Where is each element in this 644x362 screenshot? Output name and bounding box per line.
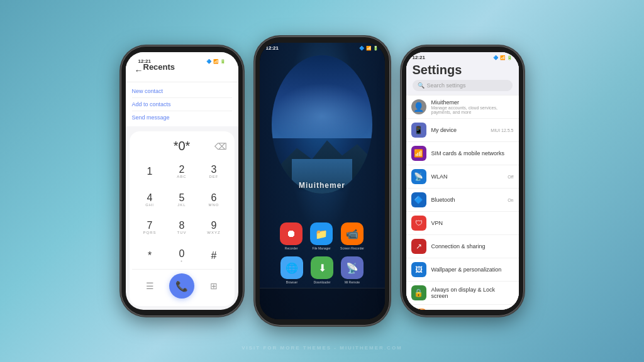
settings-item-mydevice[interactable]: 📱 My device MIUI 12.5.5: [406, 119, 519, 142]
wallpaper-circle: [272, 55, 372, 194]
browser-label: Browser: [286, 280, 297, 284]
app-recorder[interactable]: ⏺ Recorder: [280, 222, 303, 250]
settings-item-connection[interactable]: ↗ Connection & sharing: [406, 235, 519, 258]
settings-search[interactable]: 🔍 Search settings: [413, 80, 513, 91]
bluetooth-title: Bluetooth: [431, 197, 503, 203]
mydevice-text: My device: [431, 127, 486, 133]
settings-status-icons: 🔷 📶 🔋: [493, 55, 513, 60]
recorder-label: Recorder: [285, 246, 298, 250]
call-button[interactable]: 📞: [169, 273, 194, 299]
delete-button[interactable]: ⌫: [214, 141, 227, 151]
display-icon: ☀: [411, 309, 426, 310]
recents-title: Recents: [143, 62, 175, 72]
key-hash[interactable]: #: [199, 243, 230, 270]
settings-title: Settings: [413, 63, 513, 77]
bluetooth-text: Bluetooth: [431, 197, 503, 203]
filemanager-icon: 📁: [310, 222, 333, 245]
browser-icon: 🌐: [280, 256, 303, 279]
vpn-title: VPN: [431, 220, 514, 226]
settings-item-vpn[interactable]: 🛡 VPN: [406, 212, 519, 235]
connection-icon: ↗: [411, 239, 426, 254]
bluetooth-icon: 🔷: [206, 59, 212, 64]
key-0[interactable]: 0+: [167, 243, 197, 270]
key-8[interactable]: 8TUV: [167, 214, 197, 241]
app-screenrecorder[interactable]: 📹 Screen Recorder: [340, 222, 364, 250]
home-apps-row2: 🌐 Browser ⬇ Downloader 📡 Mi Remote: [260, 256, 385, 284]
call-icon: 📞: [175, 280, 188, 292]
back-button[interactable]: ←: [135, 65, 143, 75]
send-message-action[interactable]: Send message: [132, 111, 232, 124]
settings-header: Settings 🔍 Search settings: [406, 62, 519, 95]
settings-item-wallpaper[interactable]: 🖼 Wallpaper & personalization: [406, 258, 519, 282]
mydevice-badge: MIUI 12.5.5: [491, 128, 513, 133]
recorder-icon: ⏺: [280, 222, 303, 245]
home-status-icons: 🔷 📶 🔋: [359, 46, 379, 51]
downloader-label: Downloader: [314, 280, 331, 284]
home-dock: [260, 288, 385, 319]
search-icon: 🔍: [418, 82, 425, 89]
downloader-icon: ⬇: [311, 256, 333, 279]
wallpaper-settings-icon: 🖼: [411, 262, 426, 277]
grid-icon[interactable]: ⊞: [210, 281, 218, 291]
phone-settings: 12:21 🔷 📶 🔋 Settings 🔍 Search settings 👤: [401, 46, 524, 316]
dialpad-grid: 1 2ABC 3DEF 4GHI 5JKL 6MNO 7PQRS 8TUV 9W…: [132, 158, 232, 269]
key-3[interactable]: 3DEF: [199, 158, 230, 185]
alwayson-icon: 🔒: [411, 285, 426, 300]
key-1[interactable]: 1: [135, 158, 165, 185]
signal-icon: 📶: [213, 59, 219, 64]
key-9[interactable]: 9WXYZ: [199, 214, 230, 241]
settings-time: 12:21: [413, 55, 425, 60]
menu-icon[interactable]: ☰: [146, 281, 154, 291]
watermark: VISIT FOR MORE THEMES - MIUITHEMER.COM: [242, 345, 402, 351]
settings-item-display[interactable]: ☀ Display: [406, 305, 519, 310]
dialpad-display: *0* ⌫: [132, 136, 232, 156]
wlan-badge: Off: [508, 175, 513, 179]
wlan-icon: 📡: [411, 169, 426, 184]
key-5[interactable]: 5JKL: [167, 187, 197, 214]
key-7[interactable]: 7PQRS: [135, 214, 165, 241]
wallpaper-title: Wallpaper & personalization: [431, 266, 514, 273]
home-wallpaper: 12:21 🔷 📶 🔋 Miuithemer ⏺ Recorder: [260, 43, 385, 319]
settings-signal-icon: 📶: [500, 55, 506, 60]
home-bt-icon: 🔷: [359, 46, 365, 51]
connection-title: Connection & sharing: [431, 243, 514, 250]
phone-dialer: 12:21 🔷 📶 🔋 ← Recents New contact Add to…: [121, 46, 243, 316]
home-apps-row1: ⏺ Recorder 📁 File Manager 📹 Screen Recor…: [260, 222, 385, 250]
key-star[interactable]: *: [135, 243, 165, 270]
new-contact-action[interactable]: New contact: [132, 85, 232, 98]
miremote-icon: 📡: [341, 256, 364, 279]
home-username: Miuithemer: [260, 181, 385, 190]
settings-item-wlan[interactable]: 📡 WLAN Off: [406, 165, 519, 189]
settings-item-sim[interactable]: 📶 SIM cards & mobile networks: [406, 142, 519, 165]
miuithemer-title: Miuithemer: [431, 99, 514, 106]
app-miremote[interactable]: 📡 Mi Remote: [341, 256, 364, 284]
miremote-label: Mi Remote: [345, 280, 360, 284]
alwayson-title: Always on display & Lock screen: [431, 287, 514, 299]
connection-text: Connection & sharing: [431, 243, 514, 250]
home-status-time: 12:21: [266, 45, 279, 51]
settings-item-miuithemer[interactable]: 👤 Miuithemer Manage accounts, cloud serv…: [406, 95, 519, 119]
dialpad-bottom: ☰ 📞 ⊞: [132, 269, 232, 301]
mydevice-title: My device: [431, 127, 486, 133]
key-6[interactable]: 6MNO: [199, 187, 230, 214]
settings-screen: 12:21 🔷 📶 🔋 Settings 🔍 Search settings 👤: [406, 52, 519, 310]
sim-icon: 📶: [411, 146, 426, 161]
settings-item-bluetooth[interactable]: 🔷 Bluetooth On: [406, 189, 519, 212]
key-2[interactable]: 2ABC: [167, 158, 197, 185]
miuithemer-avatar: 👤: [411, 99, 426, 114]
wlan-text: WLAN: [431, 173, 503, 180]
app-downloader[interactable]: ⬇ Downloader: [311, 256, 333, 284]
battery-icon: 🔋: [220, 59, 226, 64]
bluetooth-badge: On: [508, 198, 513, 202]
add-to-contacts-action[interactable]: Add to contacts: [132, 98, 232, 111]
dialed-number: *0*: [137, 139, 227, 153]
app-filemanager[interactable]: 📁 File Manager: [310, 222, 333, 250]
alwayson-text: Always on display & Lock screen: [431, 287, 514, 299]
home-status-bar: 12:21 🔷 📶 🔋: [260, 43, 385, 52]
vpn-text: VPN: [431, 220, 514, 226]
app-browser[interactable]: 🌐 Browser: [280, 256, 303, 284]
key-4[interactable]: 4GHI: [135, 187, 165, 214]
settings-item-alwayson[interactable]: 🔒 Always on display & Lock screen: [406, 282, 519, 305]
status-icons: 🔷 📶 🔋: [206, 59, 226, 64]
screenrecorder-icon: 📹: [341, 222, 364, 245]
